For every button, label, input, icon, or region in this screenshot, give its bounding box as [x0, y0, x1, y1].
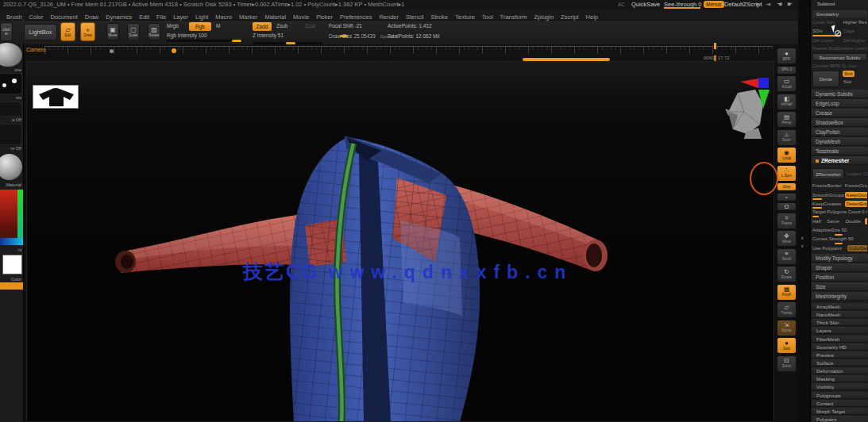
use-polypaint-toggle[interactable]: Use Polypaint [812, 246, 846, 251]
section-row[interactable]: Position [812, 273, 868, 282]
projection-master-button-clipped[interactable]: ctioner [0, 22, 13, 41]
section-row[interactable]: Crease [812, 109, 868, 117]
section-row[interactable]: Polypaint [812, 416, 868, 422]
del-higher-button[interactable]: Del Higher [843, 38, 866, 43]
section-row[interactable]: FiberMesh [812, 336, 868, 343]
mrgb-button[interactable]: Mrgb [167, 23, 179, 29]
switch-color-swatch[interactable] [2, 255, 22, 274]
axis-gizmo[interactable] [739, 76, 774, 109]
lsym-button[interactable]: ∴ L.Sym [777, 165, 797, 182]
same-button[interactable]: Same [827, 219, 839, 224]
double-button[interactable]: Double [846, 219, 861, 224]
current-tool-thumbnail[interactable] [33, 85, 79, 109]
section-row[interactable]: Layers [812, 327, 868, 334]
orange-swatch-bar[interactable] [0, 282, 24, 290]
timeline-ruler[interactable] [44, 46, 773, 56]
xpose-button[interactable]: ⇲ Xpose [777, 320, 797, 336]
freeze-groups-button[interactable]: FreezeGro [845, 183, 867, 188]
suv-toggle[interactable]: Suv [843, 79, 866, 84]
section-row[interactable]: Morph Target [812, 408, 868, 415]
section-row[interactable]: Visibility [812, 383, 868, 390]
floor-button[interactable]: ⊥ Floor [777, 129, 797, 146]
higher-res-button[interactable]: Higher Res [843, 20, 867, 25]
section-row[interactable]: MeshIntegrity [812, 292, 868, 301]
section-row[interactable]: EdgeLoop [812, 99, 868, 108]
document-canvas[interactable]: 技艺CGwww.qdnxxfb.cn [26, 61, 774, 422]
detect-edge-toggle[interactable]: DetectEdge [845, 201, 867, 207]
subtool-header[interactable]: Subtool [817, 2, 868, 6]
zoom-button[interactable]: ⊡ Zoom [777, 355, 797, 372]
local-button[interactable]: ◉ Local [777, 147, 797, 163]
target-polygons-slider[interactable]: Target Polygons Count 0.42 [812, 209, 867, 214]
transp-button[interactable]: ▱ Transp [777, 301, 797, 318]
move-nav-button[interactable]: ✥ Move [777, 230, 797, 247]
section-row[interactable]: ArrayMesh [812, 303, 868, 310]
zsub-button[interactable]: Zsub [276, 23, 287, 29]
adaptive-size-slider[interactable]: AdaptiveSize 50 [812, 228, 867, 232]
section-row[interactable]: Preview [812, 351, 868, 359]
section-row[interactable]: Deformation [812, 367, 868, 374]
aahalf-button[interactable]: ◧ AAHalf [777, 94, 797, 110]
curves-strength-slider[interactable]: Curves Strength 50 [812, 236, 867, 241]
section-row[interactable]: ClayPolish [812, 128, 868, 136]
section-row[interactable]: Dynamic Subdiv [812, 90, 868, 98]
lightbox-button[interactable]: LightBox [24, 24, 57, 40]
rotate-button[interactable]: ▨Rotate [148, 23, 160, 40]
quicksave-button[interactable]: QuickSave [631, 0, 660, 10]
draw-button[interactable]: ＋Draw [80, 22, 95, 41]
redo-icon[interactable]: ⇥ [766, 0, 771, 10]
smooth-groups-slider[interactable]: SmoothGroups [812, 193, 843, 198]
color-density-toggle[interactable]: ColorDensity [847, 245, 867, 251]
geometry-header[interactable]: Geometry [812, 10, 867, 18]
timeline-scroll-thumb[interactable] [523, 58, 610, 61]
polyframe-button[interactable]: ▦ PolyF [777, 284, 797, 301]
freeze-subdivision-button[interactable]: Freeze SubDivision Levels [812, 46, 867, 51]
brush-thumbnail[interactable] [0, 43, 22, 67]
lower-res-button[interactable]: Lower Res [812, 20, 842, 25]
material-thumbnail[interactable] [0, 154, 22, 180]
smt-toggle[interactable]: Smt [843, 71, 854, 77]
section-row[interactable]: Geometry HD [812, 343, 868, 351]
scroll-button[interactable]: ≡ Scroll [777, 248, 797, 265]
timeline-playhead[interactable] [714, 43, 716, 49]
keep-creases-slider[interactable]: KeepCreases [812, 201, 843, 206]
section-row[interactable]: Surface [812, 359, 868, 366]
rgb-intensity-slider[interactable] [167, 40, 243, 42]
menus-button[interactable]: Menus [704, 1, 724, 8]
half-button[interactable]: Half [812, 219, 821, 224]
section-row[interactable]: ZRemesher [812, 156, 868, 165]
rgb-button[interactable]: Rgb [189, 22, 211, 31]
section-row[interactable]: NanoMesh [812, 311, 868, 318]
section-row[interactable]: Polygroups [812, 392, 868, 399]
spin-toggle-icon[interactable]: Ω [777, 202, 797, 211]
rotate-nav-button[interactable]: ↻ Rotate [777, 266, 797, 282]
timeline-key-active[interactable] [172, 48, 176, 53]
section-row[interactable]: Tessimate [812, 147, 868, 155]
section-row[interactable]: Shaper [812, 263, 868, 272]
zremesher-button[interactable]: ZRemesher [812, 168, 844, 179]
section-row[interactable]: Contact [812, 400, 868, 407]
frame-button[interactable]: ⌗ Frame [777, 213, 797, 229]
adapt-toggle[interactable]: Adapt [865, 218, 867, 224]
hand-right-icon[interactable]: ☛ [787, 0, 793, 10]
actual-button[interactable]: ▭ Actual [777, 75, 797, 92]
cage-button[interactable]: Cage [843, 29, 854, 33]
keep-groups-toggle[interactable]: KeepGroups [845, 192, 867, 198]
divide-button[interactable]: Divide [812, 71, 839, 87]
zcut-button[interactable]: Zcut [305, 23, 315, 29]
scroll-up-icon[interactable]: ∧ [800, 235, 804, 240]
texture-thumbnail[interactable] [0, 124, 22, 145]
bpr-button[interactable]: ● BPR [777, 48, 797, 64]
freeze-border-button[interactable]: FreezeBorder [812, 183, 843, 188]
persp-button[interactable]: ▤ Persp [777, 111, 797, 128]
hand-left-icon[interactable]: ☚ [777, 0, 782, 10]
section-row[interactable]: DynaMesh [812, 137, 868, 146]
alpha-thumbnail[interactable] [0, 102, 22, 117]
scale-button[interactable]: ▢Scale [127, 23, 140, 40]
undo-icon[interactable]: ⇤ [756, 0, 762, 10]
solo-button[interactable]: ● Solo [777, 337, 797, 354]
stroke-thumbnail[interactable] [0, 73, 22, 94]
section-row[interactable]: Modify Topology [812, 254, 868, 263]
timeline-key-gray[interactable] [110, 49, 114, 53]
section-row[interactable]: ShadowBox [812, 118, 868, 127]
